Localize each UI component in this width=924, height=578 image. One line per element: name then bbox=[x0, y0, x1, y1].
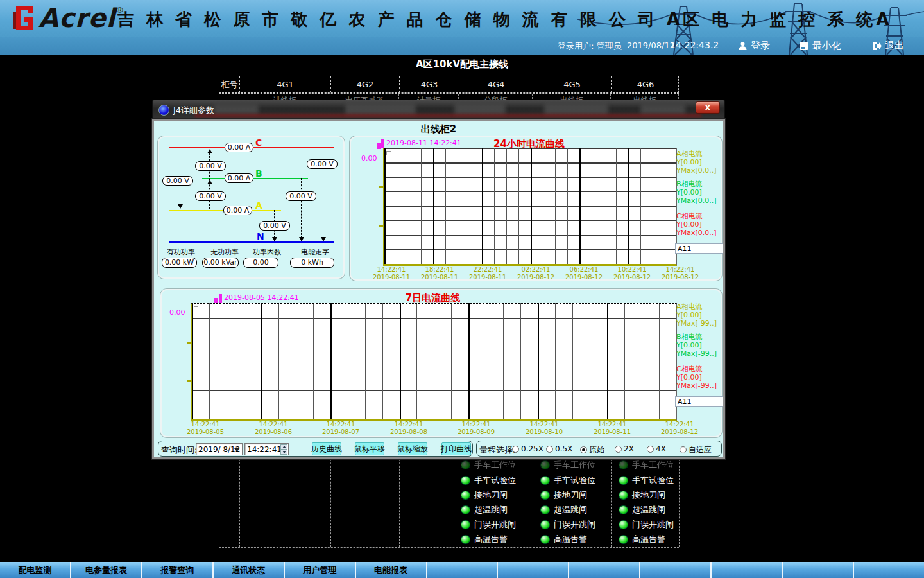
x-tick-label: 14:22:412019-08-06 bbox=[248, 421, 299, 436]
nav-item-报警查询[interactable]: 报警查询 bbox=[142, 562, 214, 578]
radio-label: 4X bbox=[656, 444, 666, 453]
chart-24h-plot[interactable] bbox=[383, 148, 677, 266]
nav-item-电参量报表[interactable]: 电参量报表 bbox=[71, 562, 142, 578]
green-lamp-icon bbox=[619, 535, 628, 544]
indicator-label: 手车试验位 bbox=[632, 475, 674, 486]
spin-up-icon[interactable] bbox=[280, 444, 287, 450]
chart-7d-plot[interactable] bbox=[191, 303, 677, 421]
x-tick-text: 14:22:41 bbox=[383, 421, 434, 428]
exit-button[interactable]: 退出 bbox=[871, 39, 904, 53]
range-radio-自适应[interactable]: 自适应 bbox=[680, 444, 712, 455]
indicator-row-高温告警: 高温告警 bbox=[461, 534, 508, 545]
y-axis-tick bbox=[187, 380, 191, 382]
x-tick-text: 2019-08-11 bbox=[462, 274, 513, 281]
query-time-value: 14:22:41 bbox=[247, 445, 282, 454]
legend-C相电流: C相电流 Y[0.00] YMax[-99..] bbox=[676, 365, 717, 390]
diagram-dashed-vline bbox=[533, 459, 533, 547]
spin-down-icon[interactable] bbox=[280, 450, 287, 455]
subheader-band bbox=[0, 37, 924, 55]
nav-item-empty[interactable] bbox=[498, 562, 569, 578]
green-lamp-icon bbox=[619, 505, 628, 514]
x-tick-text: 2019-08-11 bbox=[366, 274, 417, 281]
legend-line: YMax[-99..] bbox=[676, 381, 717, 390]
x-tick-label: 14:22:412019-08-08 bbox=[383, 421, 434, 436]
query-date-select[interactable]: 2019/ 8/12 bbox=[196, 443, 243, 455]
metric-value-无功功率: 0.00 kVar bbox=[202, 258, 239, 268]
legend-line: Y[0.00] bbox=[676, 158, 717, 166]
legend-line: Y[0.00] bbox=[676, 220, 717, 229]
radio-circle-icon[interactable] bbox=[647, 446, 654, 453]
nav-item-用户管理[interactable]: 用户管理 bbox=[285, 562, 356, 578]
chart-7d-y-start: 0.00 bbox=[169, 308, 185, 317]
green-lamp-icon bbox=[540, 476, 550, 485]
arrow-head bbox=[272, 237, 277, 241]
chevron-down-icon bbox=[234, 448, 239, 451]
x-tick-text: 2019-08-12 bbox=[558, 274, 610, 281]
legend-A相电流: A相电流 Y[0.00] YMax[-99..] bbox=[676, 302, 717, 328]
indicator-row-手车工作位: 手车工作位 bbox=[619, 459, 674, 471]
query-time-spinner[interactable]: 14:22:41 bbox=[244, 443, 289, 455]
green-lamp-icon bbox=[619, 460, 628, 469]
button-打印曲线[interactable]: 打印曲线 bbox=[441, 442, 471, 455]
x-tick-label: 14:22:412019-08-12 bbox=[654, 421, 705, 436]
indicator-label: 手车试验位 bbox=[474, 475, 516, 486]
login-user-label: 登录用户: 管理员 bbox=[558, 40, 622, 52]
legend-line: YMax[-99..] bbox=[676, 319, 717, 328]
nav-item-通讯状态[interactable]: 通讯状态 bbox=[214, 562, 285, 578]
radio-circle-icon[interactable] bbox=[615, 446, 622, 453]
metric-label-无功功率: 无功功率 bbox=[210, 247, 239, 257]
minimize-button[interactable]: 最小化 bbox=[799, 39, 841, 53]
indicator-row-手车试验位: 手车试验位 bbox=[619, 475, 674, 486]
voltage-arrow-line bbox=[301, 178, 302, 241]
diagram-dashed-vline bbox=[330, 459, 331, 547]
radio-circle-icon[interactable] bbox=[580, 446, 587, 453]
nav-item-empty[interactable] bbox=[783, 562, 854, 578]
indicator-row-高温告警: 高温告警 bbox=[619, 534, 665, 545]
radio-circle-icon[interactable] bbox=[512, 446, 519, 453]
nav-item-电能报表[interactable]: 电能报表 bbox=[356, 562, 427, 578]
voltage-ba-value: 0.00 V bbox=[195, 191, 226, 201]
button-鼠标缩放[interactable]: 鼠标缩放 bbox=[398, 442, 427, 455]
range-radio-0.25X[interactable]: 0.25X bbox=[512, 444, 543, 453]
login-button[interactable]: 登录 bbox=[738, 39, 770, 53]
x-tick-label: 18:22:412019-08-11 bbox=[414, 266, 465, 281]
chart-24h-panel: 2019-08-11 14:22:41 24小时电流曲线 0.00 14:22:… bbox=[350, 136, 722, 281]
button-鼠标平移[interactable]: 鼠标平移 bbox=[355, 442, 384, 455]
range-radio-2X[interactable]: 2X bbox=[615, 444, 634, 453]
button-历史曲线[interactable]: 历史曲线 bbox=[312, 442, 341, 455]
dialog-titlebar[interactable]: J4详细参数 X bbox=[152, 100, 725, 119]
nav-item-配电监测[interactable]: 配电监测 bbox=[0, 562, 71, 578]
screen: Acrel ® 吉 林 省 松 原 市 敬 亿 农 产 品 仓 储 物 流 有 … bbox=[0, 0, 924, 578]
nav-item-empty[interactable] bbox=[427, 562, 499, 578]
indicator-label: 手车工作位 bbox=[474, 459, 516, 471]
x-tick-text: 02:22:41 bbox=[510, 266, 561, 274]
legend-line: YMax[0.0..] bbox=[676, 229, 717, 237]
range-radio-0.5X[interactable]: 0.5X bbox=[546, 444, 572, 453]
nav-item-empty[interactable] bbox=[712, 562, 783, 578]
close-icon[interactable]: X bbox=[696, 101, 720, 114]
metric-label-功率因数: 功率因数 bbox=[253, 247, 281, 257]
cursor-marker bbox=[377, 143, 381, 149]
legend-line: C相电流 bbox=[676, 212, 717, 220]
indicator-label: 手车工作位 bbox=[632, 459, 674, 471]
range-radio-原始[interactable]: 原始 bbox=[580, 444, 604, 455]
x-tick-label: 14:22:412019-08-12 bbox=[654, 266, 706, 281]
x-tick-text: 14:22:41 bbox=[518, 421, 570, 428]
indicator-row-超温跳闸: 超温跳闸 bbox=[461, 504, 508, 516]
indicator-row-门误开跳闸: 门误开跳闸 bbox=[540, 519, 595, 530]
nav-item-empty[interactable] bbox=[854, 562, 924, 578]
range-select-group: 量程选择: 0.25X0.5X原始2X4X自适应 bbox=[476, 441, 722, 457]
acrel-logo-icon bbox=[10, 4, 38, 32]
nav-item-empty[interactable] bbox=[569, 562, 640, 578]
indicator-row-接地刀闸: 接地刀闸 bbox=[461, 489, 508, 501]
radio-circle-icon[interactable] bbox=[680, 446, 687, 453]
radio-circle-icon[interactable] bbox=[546, 446, 553, 453]
green-lamp-icon bbox=[540, 491, 550, 500]
minimize-icon bbox=[799, 41, 809, 51]
brand-logo: Acrel ® bbox=[10, 4, 124, 32]
range-radio-4X[interactable]: 4X bbox=[647, 444, 666, 453]
y-axis-tick bbox=[379, 186, 383, 188]
x-tick-text: 2019-08-12 bbox=[654, 428, 705, 436]
metric-label-电能走字: 电能走字 bbox=[301, 247, 329, 257]
nav-item-empty[interactable] bbox=[640, 562, 712, 578]
